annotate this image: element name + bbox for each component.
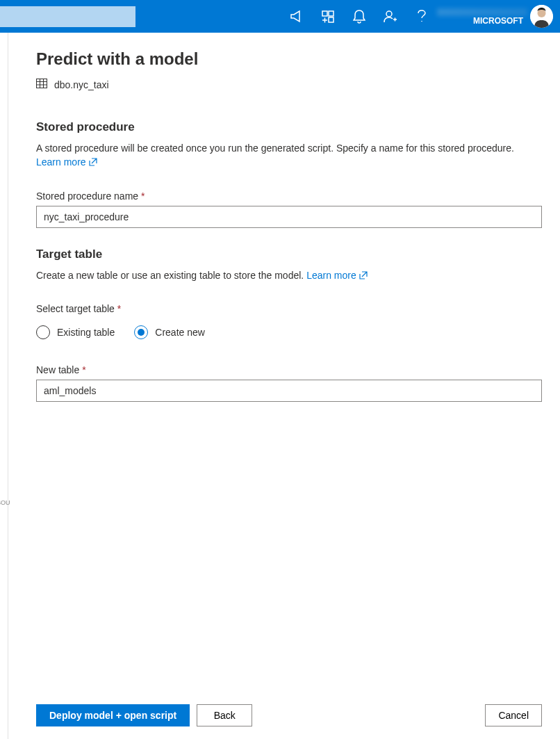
user-info: MICROSOFT [437, 0, 527, 33]
page-title: Predict with a model [36, 49, 542, 69]
svg-point-3 [386, 11, 392, 17]
top-right-group: MICROSOFT [281, 0, 553, 33]
svg-rect-1 [329, 11, 333, 16]
view-switcher-icon[interactable] [312, 0, 343, 33]
select-target-label: Select target table * [36, 303, 542, 314]
left-panel-edge: SOU [0, 33, 8, 739]
help-icon[interactable] [406, 0, 437, 33]
footer-buttons: Deploy model + open script Back Cancel [36, 695, 542, 739]
svg-rect-0 [322, 11, 327, 16]
top-bar: MICROSOFT [0, 0, 560, 33]
svg-rect-6 [37, 79, 47, 88]
cancel-button[interactable]: Cancel [485, 704, 542, 726]
source-table-row: dbo.nyc_taxi [36, 79, 542, 91]
target-table-desc: Create a new table or use an existing ta… [36, 268, 542, 282]
target-radio-group: Existing table Create new [36, 325, 542, 339]
radio-label-existing: Existing table [57, 327, 115, 338]
org-name: MICROSOFT [473, 16, 523, 30]
radio-existing-table[interactable]: Existing table [36, 325, 115, 339]
new-table-label: New table * [36, 364, 542, 375]
proc-name-input[interactable] [36, 206, 542, 228]
user-email [437, 8, 527, 16]
stored-proc-title: Stored procedure [36, 120, 542, 134]
learn-more-link[interactable]: Learn more [36, 155, 97, 169]
stored-proc-desc: A stored procedure will be created once … [36, 141, 542, 170]
radio-checked-icon [134, 325, 148, 339]
announcement-icon[interactable] [281, 0, 312, 33]
notifications-icon[interactable] [343, 0, 374, 33]
radio-unchecked-icon [36, 325, 50, 339]
avatar[interactable] [530, 5, 553, 28]
svg-rect-2 [329, 17, 333, 22]
radio-label-create: Create new [155, 327, 205, 338]
back-button[interactable]: Back [197, 704, 252, 726]
proc-name-label: Stored procedure name * [36, 190, 542, 202]
feedback-icon[interactable] [374, 0, 406, 33]
learn-more-link-2[interactable]: Learn more [306, 268, 368, 282]
new-table-input[interactable] [36, 380, 542, 402]
table-icon [36, 79, 47, 91]
main-panel: Predict with a model dbo.nyc_taxi Stored… [8, 33, 560, 739]
search-input[interactable] [0, 6, 135, 27]
deploy-button[interactable]: Deploy model + open script [36, 704, 190, 726]
target-table-title: Target table [36, 247, 542, 261]
svg-point-5 [538, 9, 546, 17]
radio-create-new[interactable]: Create new [134, 325, 205, 339]
source-table-name: dbo.nyc_taxi [54, 79, 109, 90]
